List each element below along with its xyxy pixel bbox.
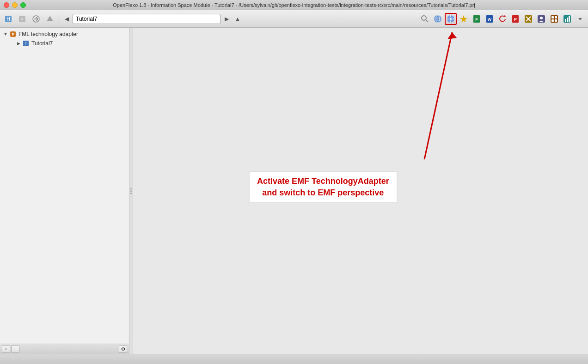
tree-toggle-child[interactable]: ▶ (15, 40, 22, 47)
sidebar-bottom-bar: + − ⚙ (0, 344, 129, 354)
tutorial-icon: T (23, 40, 29, 47)
nav-up-button[interactable]: ▲ (233, 14, 243, 24)
dropdown-icon (577, 14, 583, 24)
tree-root-label: FML technology adapter (18, 31, 78, 37)
toolbar-icon-user[interactable] (535, 13, 547, 25)
annotation-line1: Activate EMF TechnologyAdapter (257, 176, 389, 186)
blue-doc-icon: W (485, 14, 494, 24)
toolbar-icon-chart[interactable] (561, 13, 573, 25)
svg-text:H: H (6, 17, 10, 22)
globe-icon (433, 14, 442, 24)
svg-rect-41 (569, 16, 570, 22)
titlebar: OpenFlexo 1.8 - Information Space Module… (0, 0, 588, 10)
tree-item-root[interactable]: ▼ F FML technology adapter (0, 30, 129, 39)
svg-text:≡: ≡ (21, 17, 23, 22)
svg-marker-42 (578, 18, 582, 20)
traffic-lights (4, 2, 26, 8)
tree-icon-child: T (22, 40, 30, 47)
svg-marker-25 (504, 15, 506, 17)
svg-line-47 (424, 32, 452, 159)
svg-point-32 (540, 17, 543, 19)
drag-dot-3 (130, 193, 132, 194)
svg-text:W: W (488, 17, 492, 22)
svg-point-15 (450, 18, 452, 20)
resize-handle[interactable] (129, 28, 133, 354)
star-icon (459, 14, 468, 24)
toolbar: H ≡ ◀ ▶ ▲ (0, 10, 588, 28)
svg-rect-40 (567, 18, 568, 22)
nav-icon-2 (32, 15, 40, 23)
nav-forward-button[interactable]: ▶ (221, 14, 232, 24)
drag-dot-1 (130, 188, 132, 189)
chart-icon (563, 14, 572, 24)
statusbar (0, 354, 588, 364)
svg-line-7 (426, 20, 428, 22)
main-layout: ▼ F FML technology adapter ▶ T (0, 28, 588, 354)
nav-button-1[interactable]: ≡ (16, 12, 29, 25)
nav-button-3[interactable] (43, 12, 56, 25)
drag-dot-2 (130, 190, 132, 192)
nav-icon-3 (46, 15, 54, 23)
toolbar-icon-struct[interactable] (548, 13, 560, 25)
toolbar-icon-1[interactable] (419, 13, 431, 25)
tool1-icon (524, 14, 533, 24)
svg-rect-36 (551, 19, 554, 22)
toolbar-icon-blue-doc[interactable]: W (484, 13, 496, 25)
toolbar-icon-red-doc[interactable]: P (509, 13, 521, 25)
remove-item-button[interactable]: − (11, 346, 19, 353)
right-toolbar: F W P (419, 13, 586, 25)
svg-text:F: F (475, 17, 478, 22)
minimize-button[interactable] (12, 2, 18, 8)
home-button[interactable]: H (2, 12, 15, 25)
tree-item-tutorial7[interactable]: ▶ T Tutorial7 (0, 39, 129, 48)
tree-icon-root: F (9, 30, 17, 38)
toolbar-icon-green-doc[interactable]: F (471, 13, 483, 25)
tree-toggle-root[interactable]: ▼ (2, 30, 9, 38)
main-content-area: Activate EMF TechnologyAdapter and switc… (133, 28, 588, 354)
tree-view[interactable]: ▼ F FML technology adapter ▶ T (0, 28, 129, 344)
sidebar: ▼ F FML technology adapter ▶ T (0, 28, 129, 354)
toolbar-icon-dropdown[interactable] (574, 13, 586, 25)
emf-adapter-button[interactable] (445, 13, 457, 25)
location-input[interactable] (73, 14, 220, 24)
user-icon (537, 14, 546, 24)
svg-marker-20 (460, 15, 467, 23)
toolbar-icon-tool1[interactable] (522, 13, 534, 25)
svg-rect-39 (565, 19, 566, 22)
add-item-button[interactable]: + (2, 346, 10, 353)
window-title: OpenFlexo 1.8 - Information Space Module… (113, 2, 475, 8)
home-icon: H (4, 15, 12, 23)
svg-text:F: F (12, 33, 14, 36)
svg-text:T: T (25, 42, 27, 45)
emf-adapter-icon (446, 14, 455, 24)
toolbar-icon-star[interactable] (458, 13, 470, 25)
annotation-box: Activate EMF TechnologyAdapter and switc… (249, 171, 398, 203)
nav-button-2[interactable] (30, 12, 43, 25)
svg-marker-5 (47, 16, 53, 21)
nav-back-button[interactable]: ◀ (61, 14, 72, 24)
nav-icon-1: ≡ (18, 15, 26, 23)
close-button[interactable] (4, 2, 9, 8)
toolbar-icon-refresh[interactable] (496, 13, 508, 25)
fml-icon: F (10, 31, 16, 37)
svg-rect-34 (551, 16, 554, 18)
green-doc-icon: F (472, 14, 481, 24)
maximize-button[interactable] (20, 2, 26, 8)
struct-icon (550, 14, 559, 24)
annotation-line2: and switch to EMF perspective (262, 188, 384, 197)
svg-rect-37 (555, 19, 557, 22)
toolbar-separator-1 (59, 14, 59, 24)
search-icon (420, 14, 429, 24)
refresh-icon (498, 14, 507, 24)
svg-point-6 (422, 16, 426, 20)
svg-marker-48 (447, 32, 457, 39)
sidebar-settings-button[interactable]: ⚙ (119, 346, 127, 353)
svg-text:P: P (514, 17, 517, 22)
toolbar-icon-globe[interactable] (432, 13, 444, 25)
red-doc-icon: P (511, 14, 520, 24)
svg-rect-35 (555, 16, 557, 18)
tree-child-label: Tutorial7 (31, 40, 53, 47)
